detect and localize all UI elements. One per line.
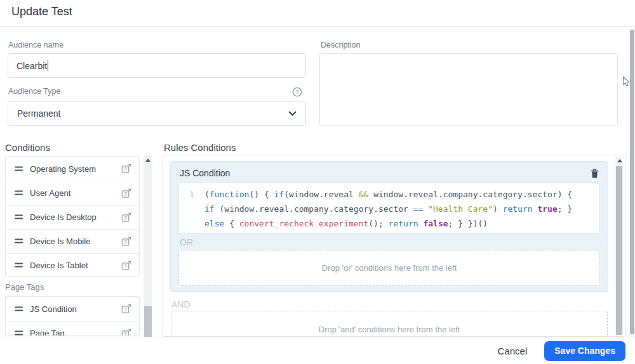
condition-item-label: Device Is Desktop: [30, 212, 121, 222]
audience-name-input[interactable]: Clearbit: [8, 53, 306, 78]
and-label: AND: [171, 299, 190, 309]
svg-text:?: ?: [124, 306, 127, 313]
drag-handle-icon[interactable]: [15, 306, 23, 312]
and-dropzone-text: Drop 'and' conditions here from the left: [319, 325, 460, 334]
page-tags-section-label: Page Tags: [5, 282, 44, 292]
and-dropzone[interactable]: Drop 'and' conditions here from the left: [171, 311, 608, 337]
code-editor[interactable]: 1 (function() { if(window.reveal && wind…: [178, 182, 600, 234]
trash-icon[interactable]: [591, 169, 599, 178]
chevron-down-icon: [288, 108, 297, 119]
conditions-list-general: Operating System?User Agent?Device Is De…: [5, 156, 140, 277]
text-cursor: [48, 60, 48, 71]
mouse-cursor: [622, 76, 631, 90]
drag-handle-icon[interactable]: [15, 263, 23, 268]
rules-conditions-panel: JS Condition 1 (function() { if(window.r…: [163, 155, 625, 337]
or-label: OR: [180, 237, 193, 247]
condition-item-label: Device Is Mobile: [30, 237, 121, 246]
drag-handle-icon[interactable]: [15, 238, 23, 244]
rules-scrollbar[interactable]: [615, 157, 623, 335]
audience-type-label: Audience Type: [8, 87, 60, 96]
help-external-icon[interactable]: ?: [121, 237, 131, 247]
svg-text:?: ?: [124, 191, 127, 197]
description-textarea[interactable]: [319, 53, 618, 126]
window-scrollbar[interactable]: [629, 28, 635, 337]
cancel-button[interactable]: Cancel: [498, 346, 528, 356]
drag-handle-icon[interactable]: [15, 214, 23, 220]
save-changes-button[interactable]: Save Changes: [544, 341, 625, 361]
condition-item[interactable]: Device Is Desktop?: [6, 205, 139, 229]
window-scrollbar-thumb[interactable]: [630, 30, 634, 334]
or-dropzone-text: Drop 'or' conditions here from the left: [322, 263, 457, 273]
title-divider: [0, 26, 635, 27]
code-content: (function() { if(window.reveal && window…: [204, 187, 594, 231]
conditions-title: Conditions: [5, 142, 50, 153]
svg-text:?: ?: [124, 239, 127, 245]
help-external-icon[interactable]: ?: [121, 304, 131, 314]
condition-item[interactable]: User Agent?: [6, 181, 139, 205]
or-dropzone[interactable]: Drop 'or' conditions here from the left: [178, 250, 600, 286]
condition-item-label: JS Condition: [30, 304, 121, 314]
audience-type-select[interactable]: Permanent: [8, 101, 306, 126]
condition-item[interactable]: Page Tag?: [6, 321, 139, 336]
condition-item-label: Device Is Tablet: [30, 261, 121, 270]
drag-handle-icon[interactable]: [15, 166, 23, 172]
condition-item[interactable]: Operating System?: [6, 157, 139, 181]
help-external-icon[interactable]: ?: [121, 188, 131, 198]
help-external-icon[interactable]: ?: [121, 164, 131, 174]
condition-item-label: User Agent: [30, 188, 121, 198]
condition-item[interactable]: JS Condition?: [6, 297, 139, 321]
update-test-modal: Update Test Audience name Clearbit Audie…: [0, 0, 635, 364]
condition-item[interactable]: Device Is Mobile?: [6, 229, 139, 253]
svg-text:?: ?: [124, 166, 127, 172]
help-external-icon[interactable]: ?: [121, 261, 131, 271]
condition-item-label: Page Tag: [30, 328, 121, 336]
code-line-number: 1: [179, 187, 204, 231]
audience-type-value: Permanent: [17, 108, 60, 119]
svg-text:?: ?: [295, 89, 298, 95]
page-title: Update Test: [11, 5, 72, 18]
audience-name-label: Audience name: [8, 41, 64, 49]
help-external-icon[interactable]: ?: [121, 212, 131, 223]
description-label: Description: [321, 41, 361, 49]
help-external-icon[interactable]: ?: [121, 328, 131, 337]
modal-footer: Cancel Save Changes: [0, 337, 635, 364]
js-condition-card: JS Condition 1 (function() { if(window.r…: [170, 161, 608, 292]
scroll-up-arrow-icon[interactable]: [144, 156, 152, 164]
conditions-scrollbar[interactable]: [144, 156, 152, 337]
rules-scrollbar-thumb[interactable]: [616, 166, 622, 335]
help-circle-icon[interactable]: ?: [292, 87, 302, 100]
scroll-up-arrow-icon[interactable]: [615, 157, 624, 165]
drag-handle-icon[interactable]: [15, 190, 23, 196]
conditions-list-page-tags: JS Condition?Page Tag?: [5, 296, 140, 336]
rules-conditions-title: Rules Conditions: [164, 142, 236, 153]
svg-text:?: ?: [124, 331, 127, 336]
condition-item[interactable]: Device Is Tablet?: [6, 253, 139, 277]
drag-handle-icon[interactable]: [15, 330, 23, 336]
js-condition-card-title: JS Condition: [180, 168, 230, 178]
condition-item-label: Operating System: [30, 164, 121, 174]
conditions-scrollbar-thumb[interactable]: [144, 306, 152, 337]
audience-name-value: Clearbit: [17, 61, 47, 71]
svg-text:?: ?: [124, 215, 127, 221]
svg-text:?: ?: [124, 263, 127, 270]
